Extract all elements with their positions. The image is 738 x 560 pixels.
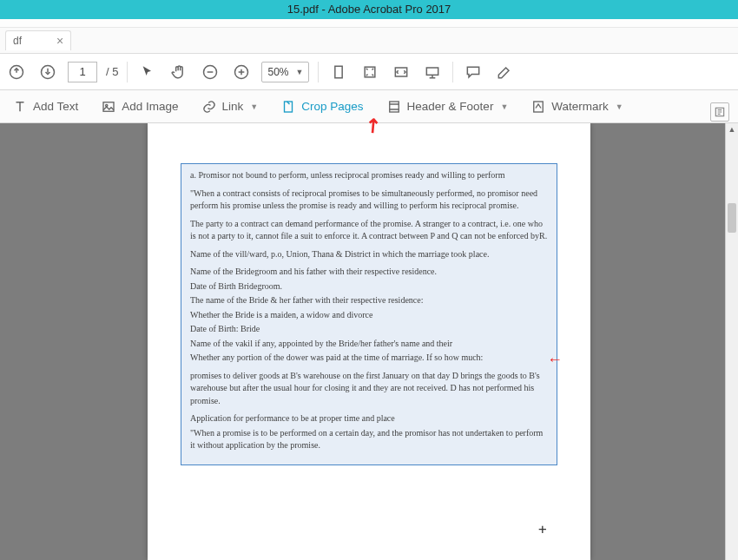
fit-width-icon[interactable] (327, 61, 350, 83)
zoom-value: 50% (267, 66, 288, 78)
fit-page-icon[interactable] (359, 61, 381, 83)
tab-label: df (13, 35, 22, 47)
expand-icon[interactable] (390, 61, 412, 83)
chevron-down-icon: ▼ (616, 102, 623, 111)
properties-panel-icon[interactable] (710, 102, 729, 122)
document-tab-strip: df × (0, 28, 738, 54)
pointer-tool-icon[interactable] (136, 61, 159, 83)
doc-text: Name of the vill/ward, p.o, Union, Thana… (190, 248, 548, 261)
comment-icon[interactable] (462, 61, 484, 83)
add-text-button[interactable]: Add Text (9, 96, 82, 118)
crop-pages-label: Crop Pages (301, 100, 363, 113)
crop-selection[interactable]: a. Promisor not bound to perform, unless… (181, 163, 557, 465)
doc-text: Date of Birth: Bride (190, 323, 548, 336)
link-icon (201, 99, 217, 115)
vertical-scrollbar[interactable]: ▲ (725, 123, 738, 560)
add-text-label: Add Text (33, 100, 78, 113)
zoom-select[interactable]: 50% ▼ (261, 62, 309, 82)
document-tab[interactable]: df × (5, 30, 71, 50)
highlight-icon[interactable] (493, 61, 516, 83)
doc-text: promises to deliver goods at B's warehou… (190, 370, 548, 408)
doc-text: "When a contract consists of reciprocal … (190, 188, 548, 213)
main-toolbar: / 5 50% ▼ (0, 54, 738, 90)
doc-text: Whether the Bride is a maiden, a widow a… (190, 309, 548, 322)
svg-rect-6 (427, 68, 438, 75)
header-footer-icon (386, 99, 402, 115)
page-number-input[interactable] (68, 62, 97, 82)
doc-text: The name of the Bride & her father with … (190, 294, 548, 307)
chevron-down-icon: ▼ (500, 102, 508, 111)
svg-rect-10 (389, 102, 399, 112)
chevron-down-icon: ▼ (296, 68, 304, 76)
doc-text: The party to a contract can demand perfo… (190, 218, 548, 243)
separator (318, 62, 319, 82)
doc-text: Name of the vakil if any, appointed by t… (190, 338, 548, 351)
crop-pages-button[interactable]: Crop Pages (277, 96, 366, 118)
svg-rect-7 (103, 102, 114, 111)
zoom-in-icon[interactable] (230, 61, 253, 83)
text-icon (12, 99, 28, 115)
annotation-arrow-icon: ← (547, 351, 563, 369)
save-icon[interactable] (5, 61, 28, 83)
link-label: Link (222, 100, 244, 113)
page-total-label: / 5 (106, 65, 118, 78)
crop-icon (280, 99, 296, 115)
watermark-label: Watermark (551, 100, 609, 113)
separator (127, 62, 128, 82)
window-title-bar: 15.pdf - Adobe Acrobat Pro 2017 (0, 0, 738, 19)
chevron-down-icon: ▼ (250, 102, 258, 111)
add-image-label: Add Image (122, 100, 178, 113)
add-image-button[interactable]: Add Image (97, 96, 181, 118)
close-tab-icon[interactable]: × (56, 35, 63, 47)
window-title: 15.pdf - Adobe Acrobat Pro 2017 (287, 3, 451, 16)
doc-text: Date of Birth Bridegroom. (190, 280, 548, 293)
doc-text: Application for performance to be at pro… (190, 412, 548, 425)
image-icon (101, 99, 116, 115)
read-mode-icon[interactable] (421, 61, 444, 83)
document-canvas[interactable]: a. Promisor not bound to perform, unless… (0, 123, 738, 560)
crosshair-cursor-icon: + (538, 521, 547, 537)
pdf-page: a. Promisor not bound to perform, unless… (148, 123, 590, 560)
menu-bar (0, 19, 738, 28)
header-footer-label: Header & Footer (407, 100, 494, 113)
doc-text: Whether any portion of the dower was pai… (190, 352, 548, 365)
doc-text: Name of the Bridegroom and his father wi… (190, 266, 548, 279)
separator (452, 62, 453, 82)
link-button[interactable]: Link ▼ (198, 96, 262, 118)
doc-text: "When a promise is to be performed on a … (190, 427, 548, 452)
download-icon[interactable] (36, 61, 59, 83)
doc-text: a. Promisor not bound to perform, unless… (190, 169, 548, 182)
watermark-icon (530, 99, 546, 115)
watermark-button[interactable]: Watermark ▼ (527, 96, 626, 118)
scroll-up-icon[interactable]: ▲ (726, 123, 738, 136)
scroll-thumb[interactable] (728, 203, 736, 233)
zoom-out-icon[interactable] (199, 61, 221, 83)
hand-tool-icon[interactable] (168, 61, 190, 83)
header-footer-button[interactable]: Header & Footer ▼ (383, 96, 512, 118)
